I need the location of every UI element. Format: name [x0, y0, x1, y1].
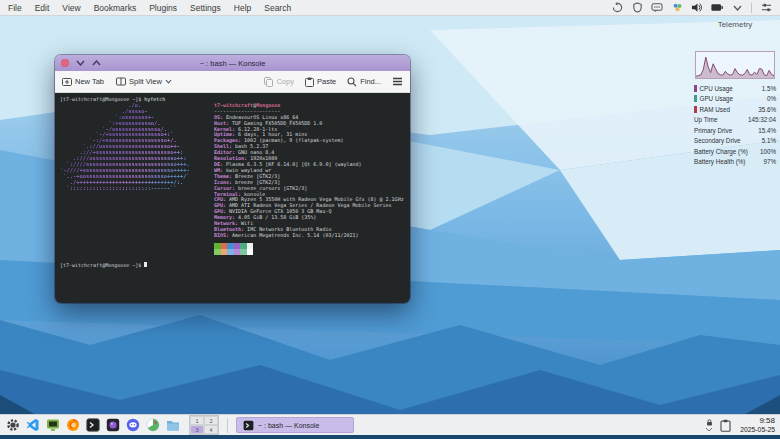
window-title: ~ : bash — Konsole: [55, 59, 410, 68]
telemetry-label: CPU Usage: [700, 85, 733, 92]
telemetry-label: Primary Drive: [694, 127, 732, 134]
taskbar-task-konsole[interactable]: ~ : bash — Konsole: [236, 417, 354, 433]
maximize-button[interactable]: [92, 60, 101, 66]
panel-separator: [227, 418, 228, 433]
menu-item-view[interactable]: View: [62, 3, 80, 13]
discord-icon[interactable]: [125, 418, 140, 433]
file-manager-icon[interactable]: [165, 418, 180, 433]
terminal-color-palette-row: [214, 249, 405, 255]
cpu-history-graph: [695, 51, 775, 79]
telemetry-rows: CPU Usage1.5%GPU Usage0%RAM Used35.6%Up …: [692, 83, 778, 167]
find-button[interactable]: Find...: [347, 77, 381, 87]
updates-icon[interactable]: [611, 2, 623, 14]
chevron-down-icon: [165, 79, 172, 84]
monitor-app-icon[interactable]: [45, 418, 60, 433]
legend-marker: [694, 95, 697, 102]
tray-separator: [751, 3, 752, 13]
digital-clock[interactable]: 9:58 2025-05-25: [740, 417, 775, 434]
hyfetch-output: ./o. ./sssso- `:osssssss+- `:+ssssssssss…: [60, 103, 405, 255]
colors-icon[interactable]: [671, 2, 683, 14]
panel-settings-icon[interactable]: [760, 2, 772, 14]
task-label: ~ : bash — Konsole: [258, 422, 319, 429]
konsole-icon[interactable]: [85, 418, 100, 433]
app-launcher-icon[interactable]: [5, 418, 20, 433]
chat-icon[interactable]: [651, 2, 663, 14]
palette-color: [247, 249, 254, 255]
desktop: FileEditViewBookmarksPluginsSettingsHelp…: [0, 0, 780, 439]
telemetry-value: 35.6%: [758, 106, 776, 113]
menu-item-bookmarks[interactable]: Bookmarks: [94, 3, 137, 13]
close-button[interactable]: [61, 59, 69, 67]
telemetry-row: Up Time145:32:04: [692, 115, 778, 126]
telemetry-value: 145:32:04: [748, 116, 776, 123]
telemetry-row: Battery Charge (%)100%: [692, 146, 778, 157]
terminal-prompt-line: [t7-witchcraft@Mongoose ~]$: [60, 262, 405, 268]
telemetry-label: Battery Charge (%): [694, 148, 748, 155]
paste-button[interactable]: Paste: [305, 77, 336, 87]
telemetry-label: RAM Used: [700, 106, 730, 113]
menu-item-file[interactable]: File: [8, 3, 22, 13]
system-info: t7-witchcraft@Mongoose -----------------…: [214, 103, 405, 255]
konsole-toolbar: New Tab Split View Copy Paste Find...: [55, 71, 410, 93]
clock-time: 9:58: [740, 417, 775, 426]
telemetry-value: 97%: [763, 158, 776, 165]
find-label: Find...: [360, 77, 381, 86]
konsole-window: ~ : bash — Konsole New Tab Split View Co…: [55, 55, 410, 303]
paste-label: Paste: [317, 77, 336, 86]
info-value: American Megatrends Inc. 5.14 (03/11/202…: [229, 232, 358, 238]
menu-item-help[interactable]: Help: [234, 3, 251, 13]
lock-icon[interactable]: [706, 419, 713, 426]
legend-marker: [694, 85, 697, 92]
window-titlebar[interactable]: ~ : bash — Konsole: [55, 55, 410, 71]
pager-desktop-2[interactable]: 2: [204, 416, 218, 425]
telemetry-title: Telemetry: [692, 20, 778, 29]
pager-desktop-1[interactable]: 1: [190, 416, 204, 425]
pager-desktop-4[interactable]: 4: [204, 425, 218, 434]
new-tab-button[interactable]: New Tab: [62, 77, 104, 86]
battery-icon[interactable]: [711, 2, 723, 14]
hamburger-menu-icon[interactable]: [392, 77, 403, 86]
telemetry-label: Up Time: [694, 116, 717, 123]
split-view-button[interactable]: Split View: [116, 77, 172, 86]
telemetry-row: GPU Usage0%: [692, 94, 778, 105]
telemetry-value: 100%: [760, 148, 776, 155]
clock-date: 2025-05-25: [740, 426, 775, 434]
telemetry-value: 1.5%: [762, 85, 776, 92]
clipboard-icon[interactable]: [719, 419, 731, 432]
telemetry-row: RAM Used35.6%: [692, 104, 778, 115]
terminal-cursor: [144, 262, 147, 268]
new-tab-label: New Tab: [75, 77, 104, 86]
menu-item-plugins[interactable]: Plugins: [149, 3, 177, 13]
telemetry-value: 5.1%: [762, 137, 776, 144]
copy-button[interactable]: Copy: [264, 77, 294, 87]
global-menubar: FileEditViewBookmarksPluginsSettingsHelp…: [0, 0, 780, 16]
endeavouros-ascii-logo: ./o. ./sssso- `:osssssss+- `:+ssssssssss…: [60, 103, 210, 192]
terminal-area[interactable]: [t7-witchcraft@Mongoose ~]$ hyfetch ./o.…: [55, 93, 410, 303]
telemetry-value: 15.4%: [758, 127, 776, 134]
expand-tray-icon[interactable]: [731, 2, 743, 14]
panel-under-strip: [0, 435, 780, 439]
split-view-label: Split View: [129, 77, 162, 86]
telemetry-value: 0%: [767, 95, 776, 102]
input-status-icon[interactable]: [705, 427, 713, 432]
telemetry-row: Battery Health (%)97%: [692, 157, 778, 168]
vscode-icon[interactable]: [25, 418, 40, 433]
telemetry-row: Secondary Drive5.1%: [692, 136, 778, 147]
security-icon[interactable]: [631, 2, 643, 14]
minimize-button[interactable]: [76, 60, 85, 66]
telemetry-label: GPU Usage: [700, 95, 734, 102]
telemetry-label: Secondary Drive: [694, 137, 741, 144]
menu-item-edit[interactable]: Edit: [35, 3, 50, 13]
green-pie-app-icon[interactable]: [145, 418, 160, 433]
telemetry-row: Primary Drive15.4%: [692, 125, 778, 136]
pager-desktop-3[interactable]: 3: [190, 425, 204, 434]
system-tray: [611, 2, 772, 14]
menu-item-search[interactable]: Search: [264, 3, 291, 13]
virtual-desktop-pager: 1234: [189, 415, 219, 435]
firefox-icon[interactable]: [65, 418, 80, 433]
legend-marker: [694, 106, 697, 113]
menu-item-settings[interactable]: Settings: [190, 3, 221, 13]
volume-icon[interactable]: [691, 2, 703, 14]
copy-label: Copy: [276, 77, 294, 86]
purple-app-icon[interactable]: [105, 418, 120, 433]
